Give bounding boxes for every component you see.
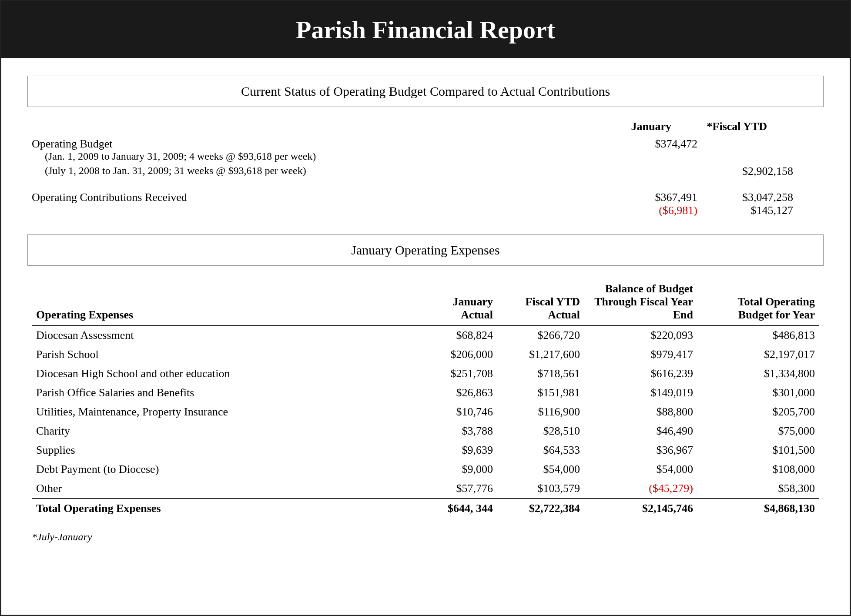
expenses-section: Operating Expenses January Actual Fiscal… <box>27 279 824 543</box>
page-title: Parish Financial Report <box>19 15 832 44</box>
expense-total: $108,000 <box>697 460 819 479</box>
expense-total: $75,000 <box>697 422 819 441</box>
expense-balance: ($45,279) <box>584 479 697 499</box>
col-header-january: January <box>576 120 671 133</box>
expense-fiscal-ytd: $1,217,600 <box>497 345 584 364</box>
ob-sub1-label: (Jan. 1, 2009 to January 31, 2009; 4 wee… <box>32 151 602 162</box>
ob-main-label: Operating Budget <box>32 137 602 151</box>
ob-sub2-jan-empty <box>602 165 697 178</box>
section1-box: Current Status of Operating Budget Compa… <box>27 76 824 107</box>
expense-balance: $220,093 <box>584 325 697 345</box>
expense-fiscal-ytd: $54,000 <box>497 460 584 479</box>
col-header-total: Total Operating Budget for Year <box>697 279 819 325</box>
expense-jan-actual: $26,863 <box>428 383 497 402</box>
expense-total: $205,700 <box>697 402 819 422</box>
section1-title: Current Status of Operating Budget Compa… <box>241 84 610 98</box>
col-header-balance: Balance of Budget Through Fiscal Year En… <box>584 279 697 325</box>
section2-title: January Operating Expenses <box>351 243 500 257</box>
contributions-label: Operating Contributions Received <box>32 191 602 204</box>
expense-label: Diocesan Assessment <box>32 325 428 345</box>
expense-total: $486,813 <box>697 325 819 345</box>
table-row: Diocesan High School and other education… <box>32 364 819 383</box>
table-row: Utilities, Maintenance, Property Insuran… <box>32 402 819 422</box>
footnote: *July-January <box>32 531 819 543</box>
expense-total: $2,197,017 <box>697 345 819 364</box>
expense-label: Debt Payment (to Diocese) <box>32 460 428 479</box>
expenses-table: Operating Expenses January Actual Fiscal… <box>32 279 819 518</box>
table-row: Diocesan Assessment$68,824$266,720$220,0… <box>32 325 819 345</box>
ob-sub2-row: (July 1, 2008 to Jan. 31, 2009; 31 weeks… <box>32 165 819 178</box>
expense-fiscal-ytd: $28,510 <box>497 422 584 441</box>
expense-total: $101,500 <box>697 441 819 460</box>
expense-fiscal-ytd: $116,900 <box>497 402 584 422</box>
expense-jan-actual: $251,708 <box>428 364 497 383</box>
operating-budget-label-row: Operating Budget (Jan. 1, 2009 to Januar… <box>32 137 819 162</box>
budget-section: January *Fiscal YTD Operating Budget (Ja… <box>27 120 824 217</box>
expense-balance: $149,019 <box>584 383 697 402</box>
expense-jan-actual: $10,746 <box>428 402 497 422</box>
expense-label: Supplies <box>32 441 428 460</box>
col-header-fiscal-ytd: *Fiscal YTD <box>671 120 767 133</box>
table-row: Other$57,776$103,579($45,279)$58,300 <box>32 479 819 499</box>
expense-balance: $616,239 <box>584 364 697 383</box>
contrib-ytd-value: $3,047,258 <box>697 191 793 204</box>
ob-sub2-label: (July 1, 2008 to Jan. 31, 2009; 31 weeks… <box>32 165 602 177</box>
expense-label: Parish Office Salaries and Benefits <box>32 383 428 402</box>
expense-jan-actual: $9,000 <box>428 460 497 479</box>
table-row: Debt Payment (to Diocese)$9,000$54,000$5… <box>32 460 819 479</box>
expense-balance: $979,417 <box>584 345 697 364</box>
expense-jan-actual: $9,639 <box>428 441 497 460</box>
ob-sub2-ytd-value: $2,902,158 <box>697 165 793 178</box>
section2-box: January Operating Expenses <box>27 234 824 266</box>
table-row: Parish School$206,000$1,217,600$979,417$… <box>32 345 819 364</box>
contributions-row: Operating Contributions Received $367,49… <box>32 191 819 217</box>
contrib-ytd-diff: $145,127 <box>697 204 793 217</box>
expense-total: $301,000 <box>697 383 819 402</box>
expense-label: Utilities, Maintenance, Property Insuran… <box>32 402 428 422</box>
expenses-header-row: Operating Expenses January Actual Fiscal… <box>32 279 819 325</box>
expense-label: Parish School <box>32 345 428 364</box>
table-row: Charity$3,788$28,510$46,490$75,000 <box>32 422 819 441</box>
expense-fiscal-ytd: $266,720 <box>497 325 584 345</box>
expense-total: $1,334,800 <box>697 364 819 383</box>
budget-col-headers: January *Fiscal YTD <box>32 120 819 133</box>
expense-jan-actual: $57,776 <box>428 479 497 499</box>
expense-label: Diocesan High School and other education <box>32 364 428 383</box>
page-content: Current Status of Operating Budget Compa… <box>1 58 850 560</box>
col-header-label: Operating Expenses <box>32 279 428 325</box>
expense-balance: $36,967 <box>584 441 697 460</box>
expense-label: Other <box>32 479 428 499</box>
col-header-fiscal-ytd: Fiscal YTD Actual <box>497 279 584 325</box>
expense-balance: $54,000 <box>584 460 697 479</box>
expense-jan-actual: $68,824 <box>428 325 497 345</box>
expense-label: Charity <box>32 422 428 441</box>
ob-sub1-ytd-value <box>697 137 793 151</box>
total-row: Total Operating Expenses$644, 344$2,722,… <box>32 499 819 518</box>
expense-fiscal-ytd: $103,579 <box>497 479 584 499</box>
expense-jan-actual: $206,000 <box>428 345 497 364</box>
table-row: Parish Office Salaries and Benefits$26,8… <box>32 383 819 402</box>
page-header: Parish Financial Report <box>1 1 850 58</box>
expense-fiscal-ytd: $64,533 <box>497 441 584 460</box>
expense-jan-actual: $3,788 <box>428 422 497 441</box>
table-row: Supplies$9,639$64,533$36,967$101,500 <box>32 441 819 460</box>
expense-balance: $46,490 <box>584 422 697 441</box>
contrib-jan-diff: ($6,981) <box>602 204 697 217</box>
expense-total: $58,300 <box>697 479 819 499</box>
expense-fiscal-ytd: $151,981 <box>497 383 584 402</box>
page-wrapper: Parish Financial Report Current Status o… <box>0 0 851 616</box>
expense-fiscal-ytd: $718,561 <box>497 364 584 383</box>
col-header-jan-actual: January Actual <box>428 279 497 325</box>
expense-balance: $88,800 <box>584 402 697 422</box>
contrib-jan-value: $367,491 <box>602 191 697 204</box>
ob-sub1-jan-value: $374,472 <box>602 137 697 151</box>
